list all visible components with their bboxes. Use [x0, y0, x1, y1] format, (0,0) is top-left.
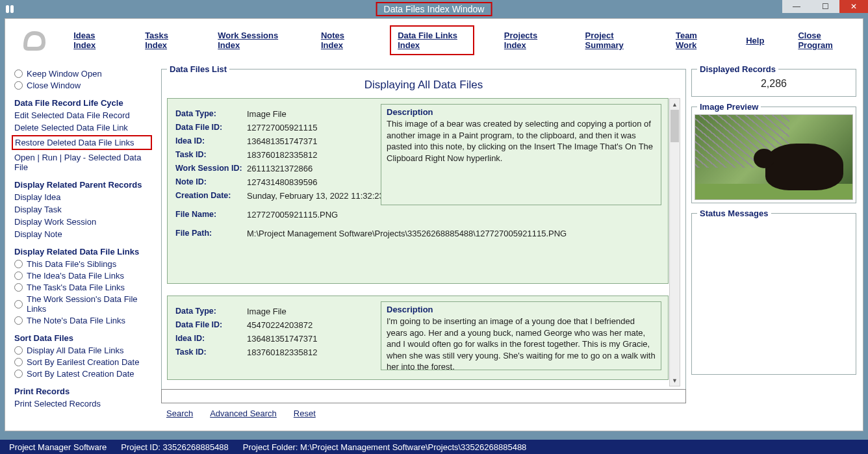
radio-sort-latest[interactable]: Sort By Latest Creation Date	[14, 369, 152, 379]
minimize-button[interactable]: —	[782, 0, 811, 13]
close-button[interactable]: ✕	[839, 0, 868, 13]
data-file-card[interactable]: Data Type:Image File Data File ID:127727…	[167, 98, 669, 284]
toolbar: Ideas Index Tasks Index Work Sessions In…	[5, 19, 863, 62]
link-delete-link[interactable]: Delete Selected Data File Link	[14, 123, 152, 132]
status-messages-group: Status Messages	[691, 208, 856, 375]
radio-dfl-work-session[interactable]: The Work Session's Data File Links	[14, 294, 152, 314]
description-heading: Description	[387, 107, 656, 117]
label-file-name: File Name:	[175, 210, 247, 220]
label-file-path: File Path:	[175, 229, 247, 238]
svg-rect-0	[6, 5, 9, 13]
label-data-file-id: Data File ID:	[175, 320, 247, 330]
description-heading: Description	[387, 305, 656, 314]
value-data-file-id: 45470224203872	[247, 320, 313, 330]
radio-dfl-task[interactable]: The Task's Data File Links	[14, 283, 152, 292]
link-display-work-session[interactable]: Display Work Session	[14, 217, 152, 227]
status-app-name: Project Manager Software	[9, 442, 107, 452]
scroll-up-icon[interactable]: ▲	[670, 99, 680, 110]
nav-close-program[interactable]: Close Program	[794, 28, 851, 53]
scroll-thumb[interactable]	[670, 110, 679, 142]
search-input[interactable]	[161, 389, 686, 403]
nav-help[interactable]: Help	[742, 33, 768, 48]
logo-icon	[17, 24, 51, 57]
value-file-name: 127727005921115.PNG	[247, 210, 338, 220]
status-bar: Project Manager Software Project ID: 335…	[0, 440, 868, 454]
value-idea-id: 136481351747371	[247, 136, 317, 146]
label-idea-id: Idea ID:	[175, 334, 247, 344]
status-messages-legend: Status Messages	[697, 208, 771, 218]
list-title: Displaying All Data Files	[162, 74, 685, 98]
link-print-selected[interactable]: Print Selected Records	[14, 399, 152, 409]
section-sort: Sort Data Files	[14, 333, 152, 343]
displayed-records-legend: Displayed Records	[697, 64, 778, 74]
link-display-note[interactable]: Display Note	[14, 229, 152, 239]
label-note-id: Note ID:	[175, 177, 247, 187]
data-file-card[interactable]: Data Type:Image File Data File ID:454702…	[167, 296, 669, 380]
label-task-id: Task ID:	[175, 347, 247, 357]
search-link[interactable]: Search	[166, 409, 193, 418]
section-related-dfl: Display Related Data File Links	[14, 247, 152, 257]
label-ws-id: Work Session ID:	[175, 164, 247, 173]
maximize-button[interactable]: ☐	[811, 0, 839, 13]
radio-sort-all[interactable]: Display All Data File Links	[14, 346, 152, 355]
data-files-list-group: Data Files List Displaying All Data File…	[161, 64, 686, 394]
nav-projects-index[interactable]: Projects Index	[500, 28, 555, 53]
link-open-run-play[interactable]: Open | Run | Play - Selected Data File	[14, 153, 152, 172]
value-data-file-id: 127727005921115	[247, 123, 317, 132]
link-edit-record[interactable]: Edit Selected Data File Record	[14, 110, 152, 120]
label-idea-id: Idea ID:	[175, 136, 247, 146]
value-file-path: M:\Project Management Software\Projects\…	[247, 229, 567, 238]
label-data-file-id: Data File ID:	[175, 123, 247, 132]
displayed-records-group: Displayed Records 2,286	[691, 64, 856, 97]
window-title: Data Files Index Window	[376, 2, 492, 16]
value-note-id: 127431480839596	[247, 177, 317, 187]
nav-team-work[interactable]: Team Work	[672, 28, 716, 53]
center-panel: Data Files List Displaying All Data File…	[159, 64, 689, 431]
status-project-id: Project ID: 33526268885488	[121, 442, 229, 452]
link-display-idea[interactable]: Display Idea	[14, 192, 152, 202]
scroll-down-icon[interactable]: ▼	[670, 375, 680, 386]
data-files-list-legend: Data Files List	[167, 64, 229, 74]
radio-keep-window-open[interactable]: Keep Window Open	[14, 69, 152, 79]
radio-dfl-siblings[interactable]: This Data File's Siblings	[14, 259, 152, 269]
radio-dfl-note[interactable]: The Note's Data File Links	[14, 316, 152, 325]
radio-sort-earliest[interactable]: Sort By Earilest Creation Date	[14, 357, 152, 367]
nav-ideas-index[interactable]: Ideas Index	[70, 28, 115, 53]
radio-dfl-idea[interactable]: The Idea's Data File Links	[14, 271, 152, 281]
svg-rect-1	[10, 5, 14, 13]
client-area: Ideas Index Tasks Index Work Sessions In…	[5, 18, 863, 431]
nav-project-summary[interactable]: Project Summary	[581, 28, 646, 53]
nav-work-sessions-index[interactable]: Work Sessions Index	[214, 28, 291, 53]
label-task-id: Task ID:	[175, 150, 247, 160]
advanced-search-link[interactable]: Advanced Search	[210, 409, 277, 418]
nav-notes-index[interactable]: Notes Index	[317, 28, 364, 53]
value-ws-id: 26111321372866	[247, 164, 313, 173]
section-life-cycle: Data File Record Life Cycle	[14, 98, 152, 108]
value-creation: Sunday, February 13, 2022 11:32:23 PM	[247, 191, 399, 201]
description-box: Description This image of a bear was cre…	[381, 104, 661, 205]
nav-data-file-links-index[interactable]: Data File Links Index	[390, 25, 474, 55]
value-task-id: 183760182335812	[247, 347, 317, 357]
link-restore-deleted[interactable]: Restore Deleted Data File Links	[12, 135, 152, 150]
nav-tasks-index[interactable]: Tasks Index	[141, 28, 188, 53]
card-list: Data Type:Image File Data File ID:127727…	[167, 98, 669, 386]
label-data-type: Data Type:	[175, 307, 247, 316]
title-bar: Data Files Index Window — ☐ ✕	[0, 0, 868, 18]
status-project-folder: Project Folder: M:\Project Management So…	[243, 442, 527, 452]
label-creation: Creation Date:	[175, 191, 247, 201]
description-text: I'm going to be inserting an image of a …	[387, 316, 656, 373]
description-text: This image of a bear was created by sele…	[387, 118, 656, 164]
radio-close-window[interactable]: Close Window	[14, 81, 152, 90]
scrollbar[interactable]: ▲ ▼	[669, 98, 680, 386]
app-icon	[4, 3, 16, 15]
value-idea-id: 136481351747371	[247, 334, 317, 344]
reset-link[interactable]: Reset	[294, 409, 316, 418]
search-area: Search Advanced Search Reset	[161, 389, 686, 428]
displayed-records-count: 2,286	[692, 74, 856, 96]
link-display-task[interactable]: Display Task	[14, 205, 152, 214]
image-preview-legend: Image Preview	[697, 102, 761, 112]
description-box: Description I'm going to be inserting an…	[381, 301, 661, 370]
value-data-type: Image File	[247, 307, 287, 316]
section-related-parent: Display Related Parent Records	[14, 180, 152, 190]
label-data-type: Data Type:	[175, 109, 247, 119]
